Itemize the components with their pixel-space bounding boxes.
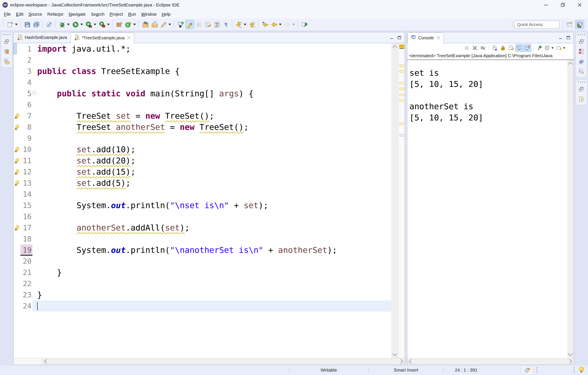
coverage-dropdown-icon[interactable] xyxy=(94,24,96,25)
code-line-3[interactable]: 3public class TreeSetExample { xyxy=(13,65,391,77)
code-line-body[interactable]: public class TreeSetExample { xyxy=(32,65,391,77)
line-number[interactable]: 19 xyxy=(21,245,32,256)
code-line-body[interactable] xyxy=(32,278,391,289)
menu-edit[interactable]: Edit xyxy=(13,11,26,18)
menu-run[interactable]: Run xyxy=(126,11,139,18)
run-dropdown-icon[interactable] xyxy=(80,24,83,25)
last-edit-location-icon[interactable] xyxy=(261,20,270,29)
code-line-body[interactable] xyxy=(32,77,391,88)
overview-warning-mark[interactable] xyxy=(399,94,404,96)
scroll-right-icon[interactable] xyxy=(399,359,403,364)
overview-warning-mark[interactable] xyxy=(399,64,404,67)
overview-warning-mark[interactable] xyxy=(399,70,404,73)
code-area[interactable]: 1import java.util.*;23public class TreeS… xyxy=(13,43,391,358)
back-icon[interactable] xyxy=(270,20,279,29)
maximize-pane-icon[interactable] xyxy=(396,34,403,41)
warning-gutter-icon[interactable] xyxy=(13,110,21,121)
debug-icon[interactable] xyxy=(58,20,67,29)
code-line-22[interactable]: 22 xyxy=(13,278,391,289)
code-line-body[interactable]: set.add(5); xyxy=(32,177,391,189)
overview-warning-mark[interactable] xyxy=(399,99,404,102)
background-task-icon[interactable] xyxy=(521,365,533,375)
code-line-24[interactable]: 24 xyxy=(13,300,391,311)
back-dropdown-icon[interactable] xyxy=(279,24,282,25)
code-line-12[interactable]: 12 set.add(15); xyxy=(13,166,391,177)
code-line-body[interactable] xyxy=(32,256,391,267)
code-line-body[interactable] xyxy=(32,99,391,110)
code-line-body[interactable]: System.out.println("\nanotherSet is\n" +… xyxy=(32,245,391,256)
close-window-icon[interactable] xyxy=(571,0,588,10)
navigator-icon[interactable] xyxy=(3,58,10,65)
quick-access-input[interactable] xyxy=(515,21,559,28)
rail-handle[interactable] xyxy=(578,82,585,83)
lightbulb-icon[interactable] xyxy=(578,366,585,374)
code-line-1[interactable]: 1import java.util.*; xyxy=(13,43,391,54)
warning-gutter-icon[interactable] xyxy=(13,144,21,155)
open-type-icon[interactable] xyxy=(141,20,150,29)
declaration-view-icon[interactable]: {= xyxy=(578,68,585,75)
fold-collapse-icon[interactable]: − xyxy=(32,88,36,99)
line-number[interactable]: 6 xyxy=(21,99,32,110)
new-wizard-icon[interactable] xyxy=(6,20,15,29)
run-external-tools-dropdown-icon[interactable] xyxy=(107,24,110,25)
line-number[interactable]: 10 xyxy=(21,144,32,155)
new-java-class-dropdown-icon[interactable] xyxy=(133,24,136,25)
previous-annotation-icon[interactable] xyxy=(248,20,257,29)
line-number[interactable]: 13 xyxy=(21,177,32,189)
code-line-23[interactable]: 23} xyxy=(13,289,391,300)
next-annotation-icon[interactable] xyxy=(234,20,243,29)
menu-source[interactable]: Source xyxy=(26,11,45,18)
warning-gutter-icon[interactable] xyxy=(13,121,21,133)
code-line-18[interactable]: 18 xyxy=(13,233,391,245)
code-line-body[interactable]: set.add(10); xyxy=(32,144,391,155)
overview-ruler[interactable] xyxy=(399,43,405,358)
menu-window[interactable]: Window xyxy=(139,11,159,18)
search-dropdown-icon[interactable] xyxy=(168,24,171,25)
open-task-icon[interactable] xyxy=(150,20,159,29)
code-line-10[interactable]: 10 set.add(10); xyxy=(13,144,391,155)
run-external-tools-icon[interactable] xyxy=(98,20,107,29)
code-line-body[interactable]: − public static void main(String[] args)… xyxy=(32,88,391,99)
javadoc-view-icon[interactable]: @ xyxy=(578,58,585,65)
line-number[interactable]: 18 xyxy=(21,233,32,245)
code-line-11[interactable]: 11 set.add(20); xyxy=(13,155,391,166)
overview-warning-mark[interactable] xyxy=(399,82,404,84)
mark-occurrences-icon[interactable] xyxy=(185,20,194,29)
code-line-15[interactable]: 15 System.out.println("\nset is\n" + set… xyxy=(13,200,391,211)
tab-treesetexample.java[interactable]: J*TreeSetExample.java⤫ xyxy=(71,32,134,43)
show-stderr-icon[interactable] xyxy=(524,44,531,52)
overview-warning-mark[interactable] xyxy=(399,123,404,125)
code-line-body[interactable]: anotherSet.addAll(set); xyxy=(32,222,391,233)
open-console-icon[interactable] xyxy=(555,44,563,52)
close-console-tab-icon[interactable]: ⤫ xyxy=(437,35,440,40)
show-outline-icon[interactable] xyxy=(212,20,221,29)
scroll-down-icon[interactable] xyxy=(392,351,397,356)
scroll-lock-icon[interactable] xyxy=(499,44,507,52)
code-line-body[interactable]: } xyxy=(32,267,391,278)
line-number[interactable]: 4 xyxy=(21,77,32,88)
restore-window-icon[interactable] xyxy=(555,0,571,10)
new-java-class-icon[interactable]: C xyxy=(124,20,133,29)
code-line-20[interactable]: 20 xyxy=(13,256,391,267)
minimize-window-icon[interactable] xyxy=(538,0,555,10)
word-wrap-icon[interactable] xyxy=(507,44,515,52)
scroll-up-icon[interactable] xyxy=(568,62,573,67)
skip-breakpoints-icon[interactable] xyxy=(45,20,54,29)
menu-help[interactable]: Help xyxy=(159,11,173,18)
new-java-project-icon[interactable] xyxy=(115,20,124,29)
warning-gutter-icon[interactable] xyxy=(13,166,21,177)
warning-gutter-icon[interactable] xyxy=(13,155,21,166)
code-line-16[interactable]: 16 xyxy=(13,211,391,222)
line-number[interactable]: 15 xyxy=(21,200,32,211)
close-tab-icon[interactable]: ⤫ xyxy=(127,35,130,40)
editor-horizontal-scrollbar[interactable] xyxy=(13,358,405,365)
code-line-body[interactable] xyxy=(32,211,391,222)
restore-view-icon[interactable] xyxy=(578,86,585,92)
next-annotation-dropdown-icon[interactable] xyxy=(244,24,246,25)
code-line-body[interactable]: import java.util.*; xyxy=(32,43,391,54)
line-number[interactable]: 21 xyxy=(21,267,32,278)
rail-handle[interactable] xyxy=(578,34,585,35)
code-line-17[interactable]: 17 anotherSet.addAll(set); xyxy=(13,222,391,233)
code-line-21[interactable]: 21 } xyxy=(13,267,391,278)
menu-search[interactable]: Search xyxy=(88,11,107,18)
